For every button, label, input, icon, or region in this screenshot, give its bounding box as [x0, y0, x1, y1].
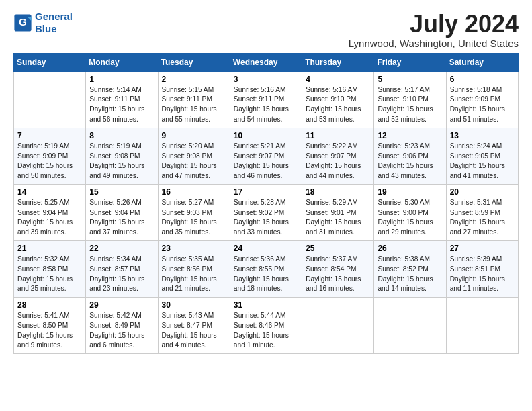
weekday-header-thursday: Thursday [302, 53, 374, 71]
weekday-header-friday: Friday [374, 53, 446, 71]
calendar-cell: 11Sunrise: 5:22 AMSunset: 9:07 PMDayligh… [302, 128, 374, 184]
day-number: 18 [306, 187, 370, 197]
day-number: 2 [162, 75, 226, 84]
calendar-header: SundayMondayTuesdayWednesdayThursdayFrid… [14, 53, 519, 71]
day-number: 29 [89, 300, 154, 310]
calendar-cell: 31Sunrise: 5:44 AMSunset: 8:46 PMDayligh… [230, 298, 302, 354]
calendar-week-1: 1Sunrise: 5:14 AMSunset: 9:11 PMDaylight… [14, 71, 519, 128]
day-info: Sunrise: 5:26 AMSunset: 9:04 PMDaylight:… [89, 198, 154, 238]
calendar-week-3: 14Sunrise: 5:25 AMSunset: 9:04 PMDayligh… [14, 184, 519, 240]
day-info: Sunrise: 5:29 AMSunset: 9:01 PMDaylight:… [306, 198, 370, 238]
day-info: Sunrise: 5:25 AMSunset: 9:04 PMDaylight:… [17, 198, 82, 238]
logo-icon: G [13, 13, 32, 32]
calendar-cell: 30Sunrise: 5:43 AMSunset: 8:47 PMDayligh… [158, 298, 230, 354]
day-number: 1 [89, 75, 154, 84]
calendar-cell: 14Sunrise: 5:25 AMSunset: 9:04 PMDayligh… [14, 184, 86, 240]
day-info: Sunrise: 5:20 AMSunset: 9:08 PMDaylight:… [162, 142, 226, 181]
calendar-cell: 21Sunrise: 5:32 AMSunset: 8:58 PMDayligh… [14, 240, 86, 297]
calendar-cell: 10Sunrise: 5:21 AMSunset: 9:07 PMDayligh… [230, 128, 302, 184]
day-number: 5 [378, 75, 442, 84]
calendar-cell: 27Sunrise: 5:39 AMSunset: 8:51 PMDayligh… [446, 240, 518, 297]
day-number: 25 [306, 244, 370, 253]
page: G General Blue July 2024 Lynnwood, Washi… [0, 0, 532, 361]
day-info: Sunrise: 5:31 AMSunset: 8:59 PMDaylight:… [450, 198, 515, 238]
day-number: 23 [162, 244, 226, 253]
day-number: 20 [450, 187, 515, 197]
calendar-body: 1Sunrise: 5:14 AMSunset: 9:11 PMDaylight… [14, 71, 519, 354]
weekday-header-sunday: Sunday [14, 53, 86, 71]
title-area: July 2024 Lynnwood, Washington, United S… [349, 11, 519, 49]
weekday-header-monday: Monday [86, 53, 158, 71]
logo-line2: Blue [35, 23, 73, 35]
calendar-cell: 9Sunrise: 5:20 AMSunset: 9:08 PMDaylight… [158, 128, 230, 184]
calendar-cell: 3Sunrise: 5:16 AMSunset: 9:11 PMDaylight… [230, 71, 302, 128]
calendar-table: SundayMondayTuesdayWednesdayThursdayFrid… [13, 53, 519, 355]
day-number: 12 [378, 131, 442, 140]
day-number: 21 [17, 244, 82, 253]
calendar-cell: 19Sunrise: 5:30 AMSunset: 9:00 PMDayligh… [374, 184, 446, 240]
logo-line1: General [35, 11, 73, 22]
day-number: 27 [450, 244, 515, 253]
day-info: Sunrise: 5:43 AMSunset: 8:47 PMDaylight:… [162, 311, 226, 351]
calendar-week-5: 28Sunrise: 5:41 AMSunset: 8:50 PMDayligh… [14, 298, 519, 354]
day-info: Sunrise: 5:23 AMSunset: 9:06 PMDaylight:… [378, 142, 442, 181]
weekday-header-wednesday: Wednesday [230, 53, 302, 71]
day-info: Sunrise: 5:44 AMSunset: 8:46 PMDaylight:… [234, 311, 298, 351]
day-info: Sunrise: 5:34 AMSunset: 8:57 PMDaylight:… [89, 255, 154, 294]
calendar-cell: 23Sunrise: 5:35 AMSunset: 8:56 PMDayligh… [158, 240, 230, 297]
day-number: 28 [17, 300, 82, 310]
day-info: Sunrise: 5:36 AMSunset: 8:55 PMDaylight:… [234, 255, 298, 294]
day-number: 19 [378, 187, 442, 197]
day-number: 6 [450, 75, 515, 84]
calendar-cell [14, 71, 86, 128]
calendar-cell: 26Sunrise: 5:38 AMSunset: 8:52 PMDayligh… [374, 240, 446, 297]
day-info: Sunrise: 5:24 AMSunset: 9:05 PMDaylight:… [450, 142, 515, 181]
header: G General Blue July 2024 Lynnwood, Washi… [13, 11, 519, 49]
svg-text:G: G [19, 16, 27, 28]
day-info: Sunrise: 5:16 AMSunset: 9:11 PMDaylight:… [234, 85, 298, 125]
day-number: 14 [17, 187, 82, 197]
day-number: 13 [450, 131, 515, 140]
day-info: Sunrise: 5:19 AMSunset: 9:09 PMDaylight:… [17, 142, 82, 181]
day-number: 7 [17, 131, 82, 140]
day-number: 3 [234, 75, 298, 84]
day-info: Sunrise: 5:15 AMSunset: 9:11 PMDaylight:… [162, 85, 226, 125]
calendar-cell: 29Sunrise: 5:42 AMSunset: 8:49 PMDayligh… [86, 298, 158, 354]
weekday-header-saturday: Saturday [446, 53, 518, 71]
day-info: Sunrise: 5:32 AMSunset: 8:58 PMDaylight:… [17, 255, 82, 294]
calendar-cell: 17Sunrise: 5:28 AMSunset: 9:02 PMDayligh… [230, 184, 302, 240]
calendar-cell: 28Sunrise: 5:41 AMSunset: 8:50 PMDayligh… [14, 298, 86, 354]
calendar-cell: 15Sunrise: 5:26 AMSunset: 9:04 PMDayligh… [86, 184, 158, 240]
calendar-cell: 5Sunrise: 5:17 AMSunset: 9:10 PMDaylight… [374, 71, 446, 128]
day-info: Sunrise: 5:38 AMSunset: 8:52 PMDaylight:… [378, 255, 442, 294]
day-info: Sunrise: 5:22 AMSunset: 9:07 PMDaylight:… [306, 142, 370, 181]
day-info: Sunrise: 5:37 AMSunset: 8:54 PMDaylight:… [306, 255, 370, 294]
day-number: 31 [234, 300, 298, 310]
calendar-week-4: 21Sunrise: 5:32 AMSunset: 8:58 PMDayligh… [14, 240, 519, 297]
day-info: Sunrise: 5:35 AMSunset: 8:56 PMDaylight:… [162, 255, 226, 294]
calendar-cell: 20Sunrise: 5:31 AMSunset: 8:59 PMDayligh… [446, 184, 518, 240]
day-info: Sunrise: 5:27 AMSunset: 9:03 PMDaylight:… [162, 198, 226, 238]
calendar-cell [446, 298, 518, 354]
day-info: Sunrise: 5:18 AMSunset: 9:09 PMDaylight:… [450, 85, 515, 125]
calendar-week-2: 7Sunrise: 5:19 AMSunset: 9:09 PMDaylight… [14, 128, 519, 184]
calendar-cell: 16Sunrise: 5:27 AMSunset: 9:03 PMDayligh… [158, 184, 230, 240]
day-info: Sunrise: 5:17 AMSunset: 9:10 PMDaylight:… [378, 85, 442, 125]
day-number: 24 [234, 244, 298, 253]
calendar-cell: 13Sunrise: 5:24 AMSunset: 9:05 PMDayligh… [446, 128, 518, 184]
calendar-cell: 24Sunrise: 5:36 AMSunset: 8:55 PMDayligh… [230, 240, 302, 297]
calendar-cell: 18Sunrise: 5:29 AMSunset: 9:01 PMDayligh… [302, 184, 374, 240]
calendar-cell: 7Sunrise: 5:19 AMSunset: 9:09 PMDaylight… [14, 128, 86, 184]
day-number: 9 [162, 131, 226, 140]
calendar-cell: 12Sunrise: 5:23 AMSunset: 9:06 PMDayligh… [374, 128, 446, 184]
day-info: Sunrise: 5:42 AMSunset: 8:49 PMDaylight:… [89, 311, 154, 351]
logo-text: General Blue [35, 11, 73, 35]
day-number: 11 [306, 131, 370, 140]
calendar-cell: 2Sunrise: 5:15 AMSunset: 9:11 PMDaylight… [158, 71, 230, 128]
month-title: July 2024 [349, 11, 519, 38]
day-info: Sunrise: 5:21 AMSunset: 9:07 PMDaylight:… [234, 142, 298, 181]
day-number: 30 [162, 300, 226, 310]
calendar-cell: 25Sunrise: 5:37 AMSunset: 8:54 PMDayligh… [302, 240, 374, 297]
day-number: 26 [378, 244, 442, 253]
day-number: 16 [162, 187, 226, 197]
